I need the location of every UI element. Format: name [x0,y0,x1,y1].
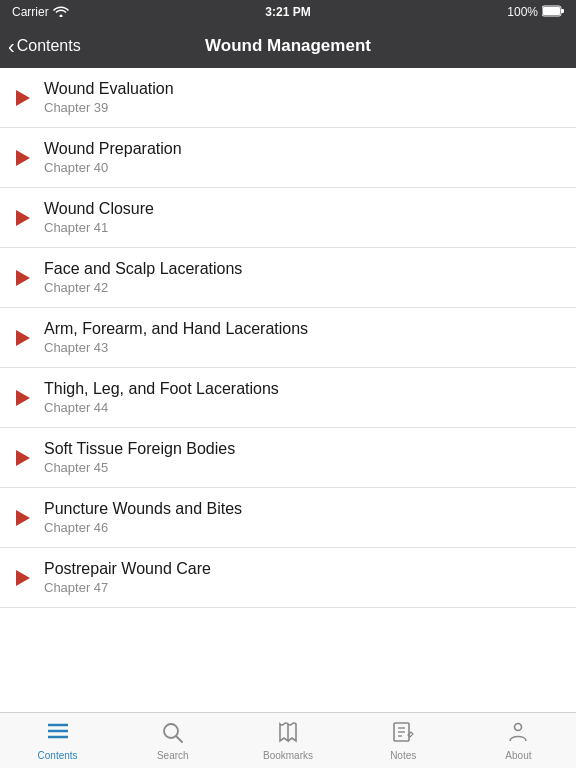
tab-bar: Contents Search Bookmarks [0,712,576,768]
chapter-list: Wound EvaluationChapter 39Wound Preparat… [0,68,576,712]
chapter-subtitle: Chapter 45 [44,460,560,475]
chapter-arrow-icon [16,330,30,346]
chapter-title: Face and Scalp Lacerations [44,260,560,278]
chapter-text: Wound ClosureChapter 41 [44,200,560,235]
chapter-text: Puncture Wounds and BitesChapter 46 [44,500,560,535]
list-item[interactable]: Wound EvaluationChapter 39 [0,68,576,128]
chapter-text: Wound PreparationChapter 40 [44,140,560,175]
chapter-text: Postrepair Wound CareChapter 47 [44,560,560,595]
bookmarks-icon [276,721,300,747]
about-icon [506,721,530,747]
back-button[interactable]: ‹ Contents [8,36,81,56]
list-item[interactable]: Face and Scalp LacerationsChapter 42 [0,248,576,308]
tab-bookmarks[interactable]: Bookmarks [230,713,345,768]
back-arrow-icon: ‹ [8,36,15,56]
battery-text: 100% [507,5,538,19]
chapter-title: Postrepair Wound Care [44,560,560,578]
chapter-title: Wound Closure [44,200,560,218]
chapter-text: Face and Scalp LacerationsChapter 42 [44,260,560,295]
contents-icon [46,721,70,747]
chapter-title: Arm, Forearm, and Hand Lacerations [44,320,560,338]
list-item[interactable]: Arm, Forearm, and Hand LacerationsChapte… [0,308,576,368]
chapter-arrow-icon [16,450,30,466]
status-left: Carrier [12,5,69,20]
chapter-text: Thigh, Leg, and Foot LacerationsChapter … [44,380,560,415]
chapter-title: Wound Preparation [44,140,560,158]
chapter-arrow-icon [16,570,30,586]
chapter-title: Soft Tissue Foreign Bodies [44,440,560,458]
svg-point-0 [59,14,62,17]
nav-bar: ‹ Contents Wound Management [0,24,576,68]
chapter-arrow-icon [16,210,30,226]
chapter-title: Puncture Wounds and Bites [44,500,560,518]
status-right: 100% [507,5,564,20]
chapter-arrow-icon [16,390,30,406]
chapter-arrow-icon [16,510,30,526]
chapter-subtitle: Chapter 43 [44,340,560,355]
svg-rect-3 [561,9,564,13]
tab-search[interactable]: Search [115,713,230,768]
list-item[interactable]: Puncture Wounds and BitesChapter 46 [0,488,576,548]
wifi-icon [53,5,69,20]
tab-about[interactable]: About [461,713,576,768]
tab-notes-label: Notes [390,750,416,761]
battery-icon [542,5,564,20]
status-bar: Carrier 3:21 PM 100% [0,0,576,24]
chapter-subtitle: Chapter 39 [44,100,560,115]
chapter-arrow-icon [16,90,30,106]
list-item[interactable]: Postrepair Wound CareChapter 47 [0,548,576,608]
chapter-arrow-icon [16,150,30,166]
chapter-subtitle: Chapter 41 [44,220,560,235]
carrier-text: Carrier [12,5,49,19]
tab-contents[interactable]: Contents [0,713,115,768]
chapter-text: Soft Tissue Foreign BodiesChapter 45 [44,440,560,475]
chapter-subtitle: Chapter 46 [44,520,560,535]
notes-icon [391,721,415,747]
list-item[interactable]: Wound ClosureChapter 41 [0,188,576,248]
search-icon [161,721,185,747]
back-label: Contents [17,37,81,55]
tab-notes[interactable]: Notes [346,713,461,768]
list-item[interactable]: Soft Tissue Foreign BodiesChapter 45 [0,428,576,488]
status-time: 3:21 PM [265,5,310,19]
chapter-text: Wound EvaluationChapter 39 [44,80,560,115]
tab-about-label: About [505,750,531,761]
list-item[interactable]: Wound PreparationChapter 40 [0,128,576,188]
tab-bookmarks-label: Bookmarks [263,750,313,761]
chapter-subtitle: Chapter 40 [44,160,560,175]
chapter-arrow-icon [16,270,30,286]
chapter-text: Arm, Forearm, and Hand LacerationsChapte… [44,320,560,355]
chapter-title: Thigh, Leg, and Foot Lacerations [44,380,560,398]
svg-point-13 [515,723,522,730]
tab-search-label: Search [157,750,189,761]
svg-line-8 [176,736,182,742]
svg-rect-2 [543,7,560,15]
chapter-title: Wound Evaluation [44,80,560,98]
chapter-subtitle: Chapter 44 [44,400,560,415]
chapter-subtitle: Chapter 47 [44,580,560,595]
list-item[interactable]: Thigh, Leg, and Foot LacerationsChapter … [0,368,576,428]
page-title: Wound Management [205,36,371,56]
chapter-subtitle: Chapter 42 [44,280,560,295]
tab-contents-label: Contents [38,750,78,761]
